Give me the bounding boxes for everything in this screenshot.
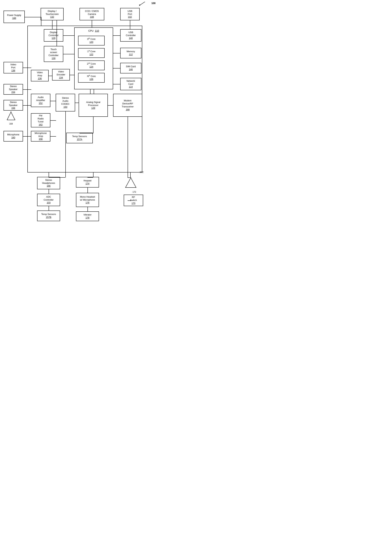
line-cpu-to-asp2 [90,89,91,94]
block-core0: 0th Core 120 [78,36,105,46]
block-mono-headset: Mono Headsetw/ Microphone 176 [76,193,99,207]
box-102-label: 102 [140,171,144,173]
block-memory: Memory 112 [120,48,141,58]
block-display-controller: DisplayController 129 [44,29,63,41]
line-headphones-v [49,172,49,177]
antenna-164: 164 [6,111,16,125]
block-mic-amp: MicrophoneAmp 158 [31,131,50,142]
block-sim-card: SIM Card 146 [120,63,141,73]
arrow-100-icon [138,1,147,6]
line-power-to-box [25,17,41,17]
block-temp-sensors-a: Temp Sensors 157A [66,133,93,143]
block-cpu: CPU 110 0th Core 120 1st Core 122 2nd Co… [74,27,113,89]
line-to-antenna172 [128,177,130,178]
line-dispctrl-to-cpu [63,35,75,36]
line-encoder-to-cpu [70,75,75,75]
line-touchctrl-to-cpu [63,54,75,54]
block-ccd-camera: CCD / CMOSCamera 148 [80,8,104,20]
line-to-vibrator [87,207,88,212]
line-spk2-to-amp [23,105,31,106]
line-to-adc [49,189,49,194]
block-usb-controller: USBController 140 [120,29,141,41]
line-net-to-cpu [113,84,121,84]
line-codec-to-asp [75,103,79,103]
diagram: 100 Power Supply 188 Display /Touchscree… [0,0,159,223]
block-adc-controller: ADCController 103 [37,194,60,206]
line-codec-down [65,112,66,177]
antenna-172: 172 [125,177,137,193]
block-temp-sensors-b: Temp Sensors 157B [37,211,60,221]
block-video-encoder: VideoEncoder 134 [52,69,70,81]
line-to-temp-h [80,133,93,133]
line-headphones-from-codec [49,177,65,178]
block-stereo-speaker1: StereoSpeaker 154 [4,84,23,95]
block-analog-signal: Analog SignalProcessor 128 [79,94,108,117]
block-coreN: Nth Core 126 [78,73,105,83]
block-microphone: Microphone 160 [4,131,23,142]
svg-marker-2 [7,112,15,120]
line-amp-to-codec [50,101,56,101]
block-stereo-codec: StereoAudioCODEC 150 [56,94,75,112]
line-antenna172-v [130,172,131,177]
line-vidport-to-amp [23,68,31,68]
diagram-label: 100 [151,2,156,5]
block-touch-controller: TouchscreenController 130 [44,46,63,62]
line-spk1-to-amp [23,89,31,90]
block-usb-port: USBPort 142 [120,8,140,20]
line-micamp-to-codec [50,136,56,136]
line-ccd-to-cpu [92,20,92,28]
line-to-tempb [49,206,49,211]
block-modem: ModemDevice/RFTransceiver 168 [113,94,142,117]
block-display-touchscreen: Display /Touchscreen 132 [41,8,64,20]
block-core2: 2nd Core 124 [78,60,105,70]
line-to-keypad-h [87,177,93,178]
line-modem-down [128,117,128,177]
line-asp-to-modem [108,105,114,106]
block-vibrator: Vibrator 178 [76,211,99,221]
block-video-port: VideoPort 138 [4,62,23,73]
block-stereo-headphones: StereoHeadphones 166 [37,177,60,189]
line-mem-to-cpu [113,53,121,53]
block-fm-radio: FMRadioTuner 162 [31,113,50,127]
line-asp-to-temp [93,117,93,133]
block-rf-switch: RFSwitch 170 [124,195,143,206]
block-stereo-speaker2: StereoSpeaker 156 [4,100,23,111]
line-usbctrl-to-cpu [113,35,121,36]
block-network-card: NetworkCard 114 [120,78,141,90]
block-power-supply: Power Supply 188 [4,11,25,23]
line-to-keypad [93,172,93,177]
line-mic-to-amp [23,136,31,136]
svg-marker-4 [126,178,136,188]
line-usb-port-to-ctrl [130,20,130,30]
block-video-amp: VideoAmp 136 [31,70,49,81]
line-cpu-to-asp [94,89,94,94]
svg-line-0 [140,2,145,5]
line-to-monoheadset [87,188,88,193]
block-audio-amplifier: AudioAmplifier 152 [31,94,50,107]
block-core1: 1st Core 122 [78,48,105,58]
block-keypad: Keypad 174 [76,177,99,188]
line-modem-to-rfswitch [128,201,131,201]
line-fm-to-codec [50,120,56,121]
line-sim-to-cpu [113,68,121,68]
line-disp-to-touch [57,20,57,46]
line-amp-to-encoder [49,76,52,76]
line-power-v [41,17,41,26]
line-disp-to-ctrl [52,20,52,30]
